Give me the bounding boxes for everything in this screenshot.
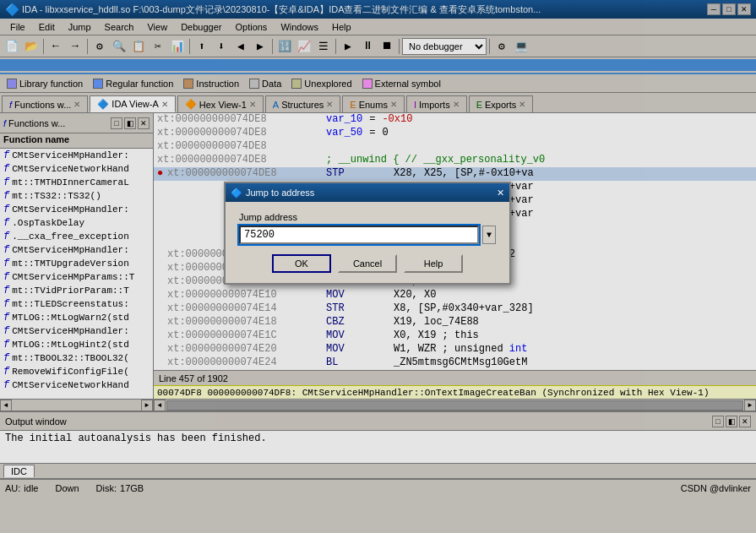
dialog-close-button[interactable]: ✕ (497, 188, 504, 199)
dialog-content: Jump address ▼ OK Cancel Help (226, 202, 509, 283)
modal-overlay: 🔷 Jump to address ✕ Jump address ▼ OK Ca… (0, 0, 756, 533)
jump-address-input[interactable] (239, 226, 479, 244)
dialog-input-row: ▼ (239, 226, 496, 244)
dialog-title-text: Jump to address (246, 188, 314, 198)
dialog-titlebar: 🔷 Jump to address ✕ (226, 183, 509, 202)
dialog-help-button[interactable]: Help (404, 254, 463, 273)
dialog-label: Jump address (239, 212, 496, 222)
dialog-cancel-button[interactable]: Cancel (338, 254, 397, 273)
dialog-icon: 🔷 (231, 188, 242, 199)
dialog-buttons: OK Cancel Help (239, 254, 496, 273)
jump-address-dropdown[interactable]: ▼ (482, 226, 496, 244)
jump-to-address-dialog: 🔷 Jump to address ✕ Jump address ▼ OK Ca… (224, 182, 511, 285)
dialog-ok-button[interactable]: OK (272, 254, 331, 273)
